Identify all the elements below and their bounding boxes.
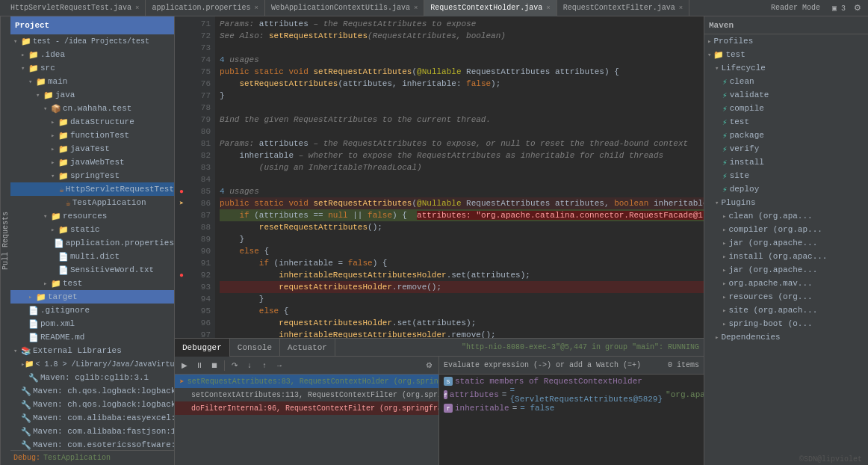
debug-pause-btn[interactable]: ⏸ <box>193 359 206 372</box>
code-line-93: requestAttributesHolder.remove(); <box>220 281 704 293</box>
tree-item-target[interactable]: ▸ 📁 target <box>10 290 174 304</box>
project-panel[interactable]: ▾ 📁 test - /idea Projects/test ▸ 📁 .idea… <box>10 34 174 450</box>
variable-list[interactable]: S static members of RequestContextHolder… <box>439 375 704 465</box>
code-content[interactable]: ● ➤ ● 71 <box>175 16 704 338</box>
tree-item-cn-wahaha[interactable]: ▾ 📦 cn.wahaha.test <box>10 102 174 115</box>
tab-close-btn[interactable]: × <box>679 4 683 12</box>
maven-project[interactable]: ▾ 📁 test <box>704 48 868 61</box>
tree-item-appprops[interactable]: 📄 application.properties <box>10 236 174 250</box>
pull-requests-tab[interactable]: Pull Requests <box>0 16 10 465</box>
tab-close-btn[interactable]: × <box>254 4 258 12</box>
maven-plugin-site[interactable]: ▸ site (org.apach... <box>704 304 868 317</box>
folder-icon: 📁 <box>58 117 69 127</box>
tab-web-app-ctx[interactable]: WebApplicationContextUtils.java × <box>265 0 424 16</box>
maven-compile[interactable]: ⚡ compile <box>704 102 868 115</box>
tree-item-idea[interactable]: ▸ 📁 .idea <box>10 48 174 61</box>
debug-stack-list[interactable]: ➤ setRequestAttributes:83, RequestContex… <box>175 375 438 465</box>
debug-step-out-btn[interactable]: ↑ <box>258 359 271 372</box>
maven-deploy[interactable]: ⚡ deploy <box>704 182 868 196</box>
tab-req-ctx-holder[interactable]: RequestContextHolder.java × <box>424 0 557 16</box>
debug-step-over-btn[interactable]: ↷ <box>228 359 241 372</box>
tree-item-sensitiveword[interactable]: 📄 SensitiveWord.txt <box>10 263 174 277</box>
folder-icon: 📁 <box>28 50 39 60</box>
settings-btn[interactable]: ⚙ <box>852 2 864 13</box>
tree-item-datastructure[interactable]: ▸ 📁 dataStructure <box>10 115 174 129</box>
tree-item-springtest[interactable]: ▾ 📁 springTest <box>10 169 174 182</box>
tab-debugger[interactable]: Debugger <box>175 339 230 357</box>
tab-actuator[interactable]: Actuator <box>280 339 335 357</box>
tree-item-httpservlet[interactable]: ☕ HttpServletRequestTest <box>10 182 174 196</box>
tab-label: WebApplicationContextUtils.java <box>271 4 410 12</box>
maven-dependencies[interactable]: ▸ Dependencies <box>704 330 868 344</box>
tab-app-props[interactable]: application.properties × <box>146 0 264 16</box>
tab-console[interactable]: Console <box>230 339 280 357</box>
tree-item-logback-core[interactable]: 🔧 Maven: ch.qos.logback:logback-core:1.2… <box>10 398 174 411</box>
maven-plugin-spring-boot[interactable]: ▸ spring-boot (o... <box>704 317 868 330</box>
stack-frame-2[interactable]: setContextAttributes:113, RequestContext… <box>175 388 438 401</box>
tree-item-fastjson[interactable]: 🔧 Maven: com.alibaba:fastjson:1.2.48 <box>10 425 174 438</box>
tree-item-resources[interactable]: ▾ 📁 resources <box>10 209 174 223</box>
tab-req-ctx-filter[interactable]: RequestContextFilter.java × <box>557 0 689 16</box>
folder-icon: 📁 <box>58 131 69 141</box>
maven-plugin-org-apache[interactable]: ▸ org.apache.mav... <box>704 277 868 290</box>
tree-arrow: ▾ <box>13 37 21 46</box>
debug-step-into-btn[interactable]: ↓ <box>243 359 256 372</box>
maven-package[interactable]: ⚡ package <box>704 129 868 142</box>
tree-item-external-libs[interactable]: ▾ 📚 External Libraries <box>10 344 174 357</box>
tree-item-kryo[interactable]: 🔧 Maven: com.esotericssoftware:kryo-shad… <box>10 438 174 450</box>
maven-plugin-compiler[interactable]: ▸ compiler (org.ap... <box>704 223 868 236</box>
var-item-attributes[interactable]: f attributes = = {ServletRequestAttribut… <box>439 388 704 401</box>
maven-plugins[interactable]: ▾ Plugins <box>704 196 868 209</box>
tree-item-testapp[interactable]: ☕ TestApplication <box>10 196 174 209</box>
tree-item-logback-classic[interactable]: 🔧 Maven: ch.qos.logback:logback-classic:… <box>10 384 174 398</box>
maven-plugin-jar[interactable]: ▸ jar (org.apache... <box>704 236 868 250</box>
debug-run-config[interactable]: TestApplication <box>43 454 111 462</box>
tree-item-main[interactable]: ▾ 📁 main <box>10 75 174 88</box>
maven-site[interactable]: ⚡ site <box>704 169 868 182</box>
tab-close-btn[interactable]: × <box>546 4 550 12</box>
debug-run-to-cursor-btn[interactable]: → <box>273 359 286 372</box>
reader-mode-label[interactable]: Reader Mode <box>765 4 826 12</box>
debug-panel-label: Debug: TestApplication <box>10 450 174 465</box>
tree-item-javatest[interactable]: ▸ 📁 javaTest <box>10 142 174 155</box>
debug-settings-btn[interactable]: ⚙ <box>422 359 435 372</box>
tree-item-java[interactable]: ▾ 📁 java <box>10 88 174 102</box>
divider <box>224 360 225 371</box>
maven-plugin-resources[interactable]: ▸ resources (org... <box>704 290 868 304</box>
maven-plugin-jar2[interactable]: ▸ jar (org.apache... <box>704 263 868 277</box>
maven-tree[interactable]: ▸ Profiles ▾ 📁 test ▾ Lifecycle ⚡ clean <box>704 34 868 465</box>
tree-item-easyexcel[interactable]: 🔧 Maven: com.alibaba:easyexcel:2.1.3 <box>10 411 174 425</box>
tab-close-btn[interactable]: × <box>135 4 139 12</box>
package-icon: 📦 <box>51 104 61 114</box>
maven-validate[interactable]: ⚡ validate <box>704 88 868 102</box>
tree-item-test[interactable]: ▸ 📁 test <box>10 277 174 290</box>
tree-item-src[interactable]: ▾ 📁 src <box>10 61 174 75</box>
tree-item-gitignore[interactable]: 📄 .gitignore <box>10 304 174 317</box>
maven-lifecycle[interactable]: ▾ Lifecycle <box>704 61 868 75</box>
tree-item-static[interactable]: ▸ 📁 static <box>10 223 174 236</box>
maven-plugin-clean[interactable]: ▸ clean (org.apa... <box>704 209 868 223</box>
maven-plugin-install[interactable]: ▸ install (org.apac... <box>704 250 868 263</box>
left-sidebar: Project ▾ 📁 test - /idea Projects/test ▸… <box>10 16 175 465</box>
maven-test[interactable]: ⚡ test <box>704 115 868 129</box>
debug-stop-btn[interactable]: ⏹ <box>208 359 221 372</box>
tree-item-multidict[interactable]: 📄 multi.dict <box>10 250 174 263</box>
maven-install[interactable]: ⚡ install <box>704 155 868 169</box>
tree-item-cglib[interactable]: 🔧 Maven: cglib:cglib:3.1 <box>10 371 174 384</box>
tree-item-functiontest[interactable]: ▸ 📁 functionTest <box>10 129 174 142</box>
tree-item-jdk[interactable]: ▸ 📁 < 1.8 > /Library/Java/JavaVirtualMac… <box>10 357 174 371</box>
tree-item-pomxml[interactable]: 📄 pom.xml <box>10 317 174 330</box>
tree-item-readme[interactable]: 📄 README.md <box>10 330 174 344</box>
debug-resume-btn[interactable]: ▶ <box>178 359 191 372</box>
tab-http-servlet[interactable]: HttpServletRequestTest.java × <box>4 0 146 16</box>
maven-profiles[interactable]: ▸ Profiles <box>704 34 868 48</box>
code-lines[interactable]: Params: attributes – the RequestAttribut… <box>215 16 704 338</box>
stack-frame-3[interactable]: doFilterInternal:96, RequestContextFilte… <box>175 401 438 415</box>
folder-icon: 📁 <box>58 158 69 167</box>
stack-frame-1[interactable]: ➤ setRequestAttributes:83, RequestContex… <box>175 375 438 388</box>
maven-verify[interactable]: ⚡ verify <box>704 142 868 155</box>
tree-item-javawebtest[interactable]: ▸ 📁 javaWebTest <box>10 155 174 169</box>
tab-close-btn[interactable]: × <box>414 4 418 12</box>
tree-item-project-root[interactable]: ▾ 📁 test - /idea Projects/test <box>10 34 174 48</box>
maven-clean[interactable]: ⚡ clean <box>704 75 868 88</box>
